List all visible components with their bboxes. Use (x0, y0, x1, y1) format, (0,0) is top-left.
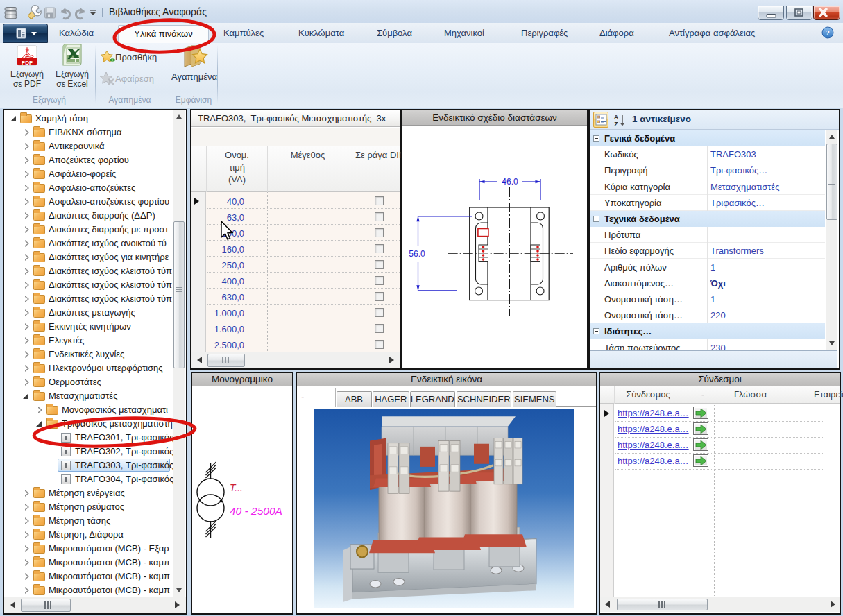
svg-text:?: ? (826, 28, 830, 37)
svg-text:46.0: 46.0 (502, 177, 518, 187)
svg-text:40 - 2500A: 40 - 2500A (230, 505, 282, 517)
svg-text:56.0: 56.0 (409, 249, 425, 259)
svg-text:Z: Z (614, 121, 618, 127)
svg-text:A: A (614, 114, 619, 121)
svg-text:T...: T... (230, 482, 243, 493)
svg-text:PDF: PDF (22, 60, 33, 66)
